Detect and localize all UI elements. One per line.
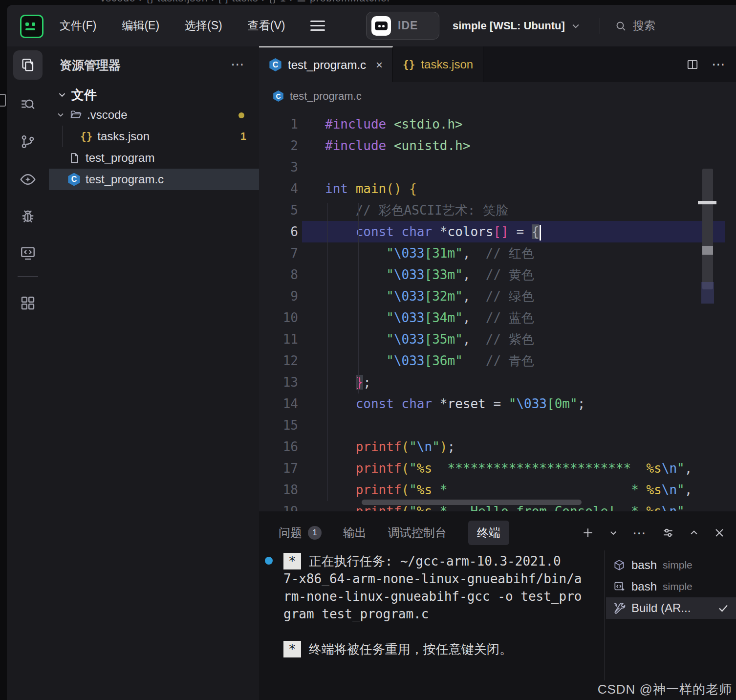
cube-icon bbox=[613, 559, 626, 571]
logo-mouth bbox=[25, 28, 35, 30]
code-line-11[interactable]: 11 "\033[35m", // 紫色 bbox=[259, 328, 736, 350]
problem-count-badge: 1 bbox=[240, 130, 246, 143]
menu-file[interactable]: 文件(F) bbox=[56, 15, 100, 36]
close-tab-icon[interactable]: × bbox=[376, 58, 383, 72]
titlebar-divider bbox=[600, 18, 600, 34]
panel-more-actions-icon[interactable]: ⋯ bbox=[632, 525, 647, 541]
code-line-18[interactable]: 18 printf("%s * * %s\n", bbox=[259, 479, 736, 501]
app-logo-icon[interactable] bbox=[20, 15, 43, 38]
sidebar-item-search[interactable] bbox=[13, 90, 43, 120]
code-text: #include <stdio.h> bbox=[325, 113, 463, 135]
files-icon bbox=[20, 57, 36, 73]
line-number: 17 bbox=[259, 458, 298, 479]
code-line-12[interactable]: 12 "\033[36m" // 青色 bbox=[259, 350, 736, 372]
more-menus-icon[interactable] bbox=[310, 5, 325, 46]
explorer-section-files[interactable]: 文件 bbox=[49, 85, 259, 105]
file-label: .vscode bbox=[87, 108, 128, 122]
problems-count-badge: 1 bbox=[308, 526, 322, 540]
split-editor-icon[interactable] bbox=[686, 58, 699, 71]
line-number: 6 bbox=[259, 221, 298, 242]
code-line-1[interactable]: 1#include <stdio.h> bbox=[259, 113, 736, 135]
terminal-list: bash simple bash simple Build (AR... bbox=[606, 554, 736, 619]
menu-selection[interactable]: 选择(S) bbox=[181, 15, 226, 36]
tab-test-program-c[interactable]: C test_program.c × bbox=[259, 46, 393, 82]
file-row-test-program-c[interactable]: C test_program.c bbox=[49, 169, 259, 190]
logo-eye bbox=[25, 22, 29, 26]
code-line-9[interactable]: 9 "\033[32m", // 绿色 bbox=[259, 285, 736, 307]
code-text: "\033[34m", // 蓝色 bbox=[325, 307, 534, 328]
terminal-line-5 bbox=[259, 623, 604, 640]
scrollbar-mark bbox=[702, 246, 713, 255]
tab-terminal[interactable]: 终端 bbox=[468, 521, 509, 545]
code-line-6[interactable]: 6 const char *colors[] = { bbox=[259, 221, 736, 242]
tab-tasks-json[interactable]: {} tasks.json bbox=[393, 46, 483, 82]
code-line-8[interactable]: 8 "\033[33m", // 黄色 bbox=[259, 264, 736, 285]
maximize-panel-icon[interactable] bbox=[689, 528, 699, 538]
modified-dot-badge bbox=[238, 112, 244, 118]
menu-edit[interactable]: 编辑(E) bbox=[118, 15, 163, 36]
new-terminal-icon[interactable] bbox=[582, 526, 594, 539]
tab-problems[interactable]: 问题 1 bbox=[279, 525, 322, 541]
ide-button[interactable]: IDE bbox=[366, 12, 439, 40]
menu-bar: 文件(F) 编辑(E) 选择(S) 查看(V) bbox=[56, 5, 325, 46]
search-icon bbox=[615, 20, 627, 32]
editor-vertical-scrollbar[interactable] bbox=[702, 169, 713, 289]
line-number: 18 bbox=[259, 479, 298, 501]
code-line-2[interactable]: 2#include <unistd.h> bbox=[259, 135, 736, 156]
logo-eye bbox=[32, 22, 35, 26]
code-text: // 彩色ASCII艺术: 笑脸 bbox=[325, 199, 508, 221]
code-line-17[interactable]: 17 printf("%s ************************ %… bbox=[259, 458, 736, 479]
tools-icon bbox=[613, 602, 626, 614]
file-row-test-program[interactable]: test_program bbox=[49, 147, 259, 169]
code-line-4[interactable]: 4int main() { bbox=[259, 178, 736, 199]
json-file-icon: {} bbox=[403, 59, 415, 70]
explorer-more-actions[interactable]: ⋯ bbox=[231, 56, 245, 72]
sidebar-item-explorer[interactable] bbox=[13, 50, 43, 80]
sidebar-item-extensions[interactable] bbox=[13, 288, 43, 318]
terminal-settings-icon[interactable] bbox=[662, 526, 674, 539]
menu-view[interactable]: 查看(V) bbox=[244, 15, 289, 36]
code-line-15[interactable]: 15 bbox=[259, 415, 736, 436]
file-row-tasks-json[interactable]: {} tasks.json 1 bbox=[49, 126, 259, 147]
tab-output[interactable]: 输出 bbox=[343, 525, 367, 541]
scrollbar-cursor-mark bbox=[698, 201, 716, 204]
bug-icon bbox=[19, 208, 37, 225]
line-number: 13 bbox=[259, 372, 298, 393]
chevron-down-icon[interactable] bbox=[609, 528, 618, 537]
code-line-3[interactable]: 3 bbox=[259, 156, 736, 178]
bottom-panel: 问题 1 输出 调试控制台 终端 ⋯ *正在执行任务: ~/gcc-arm-10… bbox=[259, 511, 736, 700]
file-row-vscode-folder[interactable]: .vscode bbox=[49, 104, 259, 126]
terminal-item-build-task[interactable]: Build (AR... bbox=[606, 597, 736, 619]
editor-horizontal-scrollbar[interactable] bbox=[362, 500, 582, 505]
breadcrumb[interactable]: C test_program.c bbox=[259, 82, 736, 110]
sidebar-item-debug[interactable] bbox=[13, 202, 43, 231]
sidebar-item-remote-window[interactable] bbox=[13, 239, 43, 268]
terminal-item-bash-2[interactable]: bash simple bbox=[606, 576, 736, 597]
code-line-14[interactable]: 14 const char *reset = "\033[0m"; bbox=[259, 393, 736, 415]
code-line-16[interactable]: 16 printf("\n"); bbox=[259, 436, 736, 458]
titlebar-search[interactable]: 搜索 bbox=[615, 5, 655, 46]
code-line-13[interactable]: 13 }; bbox=[259, 372, 736, 393]
code-editor[interactable]: 19 printf("%s * Hello from Console! * %s… bbox=[259, 110, 736, 511]
code-line-5[interactable]: 5 // 彩色ASCII艺术: 笑脸 bbox=[259, 199, 736, 221]
sidebar-item-ai-assistant[interactable] bbox=[13, 165, 43, 194]
panel-actions: ⋯ bbox=[582, 519, 725, 547]
workspace-title[interactable]: simple [WSL: Ubuntu] bbox=[453, 5, 581, 46]
terminal-item-bash-1[interactable]: bash simple bbox=[606, 554, 736, 576]
explorer-title: 资源管理器 bbox=[60, 57, 121, 73]
line-number: 3 bbox=[259, 156, 298, 178]
workspace-label: simple [WSL: Ubuntu] bbox=[453, 20, 565, 32]
tab-debug-console[interactable]: 调试控制台 bbox=[388, 525, 447, 541]
terminal-output[interactable]: *正在执行任务: ~/gcc-arm-10.3-2021.07-x86_64-a… bbox=[259, 552, 604, 700]
code-text: #include <unistd.h> bbox=[325, 135, 470, 156]
line-number: 15 bbox=[259, 415, 298, 436]
sidebar-item-source-control[interactable] bbox=[13, 127, 43, 156]
code-line-10[interactable]: 10 "\033[34m", // 蓝色 bbox=[259, 307, 736, 328]
search-list-icon bbox=[20, 97, 36, 113]
code-text: "\033[32m", // 绿色 bbox=[325, 285, 534, 307]
editor-more-actions-icon[interactable]: ⋯ bbox=[712, 56, 726, 72]
close-panel-icon[interactable] bbox=[714, 527, 725, 539]
line-number: 2 bbox=[259, 135, 298, 156]
screenshot-root: vscode › {} tasks.json › [ ] tasks › {} … bbox=[0, 0, 736, 700]
code-line-7[interactable]: 7 "\033[31m", // 红色 bbox=[259, 242, 736, 264]
